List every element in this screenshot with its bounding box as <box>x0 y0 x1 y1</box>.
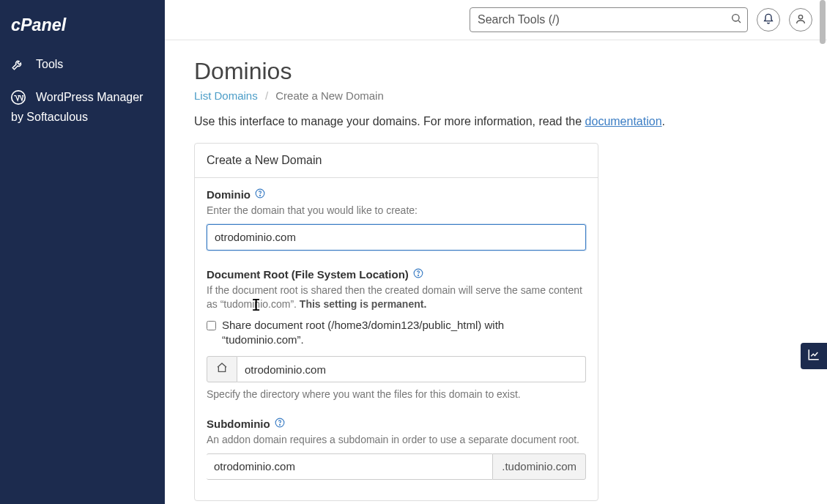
domain-label: Dominio <box>207 188 251 201</box>
subdomain-label: Subdominio <box>207 418 270 430</box>
intro-text: Use this interface to manage your domain… <box>194 115 798 128</box>
domain-hint: Enter the domain that you would like to … <box>207 204 586 218</box>
user-icon <box>795 13 806 27</box>
search-input[interactable] <box>470 7 748 32</box>
subdomain-field: Subdominio An addon domain requires a su… <box>207 418 586 480</box>
docroot-below-hint: Specify the directory where you want the… <box>207 388 586 400</box>
subdomain-label-row: Subdominio <box>207 418 586 430</box>
sidebar-item-wordpress[interactable]: WordPress Manager by Softaculous <box>0 79 165 135</box>
scrollbar[interactable] <box>818 0 827 504</box>
main-area: Dominios List Domains / Create a New Dom… <box>165 0 827 504</box>
svg-point-9 <box>279 425 280 426</box>
account-button[interactable] <box>789 8 812 32</box>
domain-label-row: Dominio <box>207 188 586 201</box>
docroot-field: Document Root (File System Location) If … <box>207 268 586 401</box>
domain-input[interactable] <box>207 224 586 251</box>
svg-point-5 <box>260 195 261 196</box>
cpanel-logo-icon: cPanel <box>11 13 114 37</box>
sidebar-item-label: Tools <box>36 58 63 71</box>
docroot-hint: If the document root is shared then the … <box>207 284 586 312</box>
svg-point-2 <box>733 15 739 21</box>
notifications-button[interactable] <box>757 8 780 32</box>
docroot-hint-strong: This setting is permanent. <box>300 298 426 310</box>
domain-field: Dominio Enter the domain that you would … <box>207 188 586 251</box>
breadcrumb-link[interactable]: List Domains <box>194 89 258 102</box>
panel-body: Dominio Enter the domain that you would … <box>195 178 598 500</box>
sidebar-item-sublabel: by Softaculous <box>11 107 154 127</box>
subdomain-hint: An addon domain requires a subdomain in … <box>207 433 586 448</box>
help-icon[interactable] <box>413 268 423 281</box>
bell-icon <box>763 13 774 27</box>
docroot-label-row: Document Root (File System Location) <box>207 268 586 281</box>
scrollbar-thumb[interactable] <box>820 0 826 44</box>
docroot-label: Document Root (File System Location) <box>207 268 409 281</box>
share-docroot-checkbox[interactable] <box>207 321 216 330</box>
share-docroot-label[interactable]: Share document root (/home3/domin123/pub… <box>222 318 586 348</box>
svg-point-7 <box>418 275 418 275</box>
content: Dominios List Domains / Create a New Dom… <box>165 40 827 504</box>
docroot-input-group <box>207 356 586 382</box>
subdomain-input[interactable] <box>207 453 492 480</box>
breadcrumb-sep: / <box>265 89 268 102</box>
svg-point-3 <box>798 15 802 18</box>
subdomain-input-group: .tudominio.com <box>207 453 586 480</box>
app-root: cPanel Tools WordPress Manager by Softac… <box>0 0 827 504</box>
home-addon <box>207 356 237 382</box>
svg-text:cPanel: cPanel <box>11 15 67 34</box>
breadcrumb-current: Create a New Domain <box>275 89 384 102</box>
docroot-input[interactable] <box>237 356 586 382</box>
topbar <box>165 0 827 40</box>
sidebar-item-tools[interactable]: Tools <box>0 50 165 79</box>
sidebar: cPanel Tools WordPress Manager by Softac… <box>0 0 165 504</box>
wordpress-icon <box>11 90 29 105</box>
breadcrumb: List Domains / Create a New Domain <box>194 89 798 102</box>
subdomain-suffix: .tudominio.com <box>492 453 586 480</box>
create-domain-panel: Create a New Domain Dominio Enter the do… <box>194 143 598 501</box>
share-docroot-row: Share document root (/home3/domin123/pub… <box>207 318 586 348</box>
intro-suffix: . <box>662 115 665 127</box>
intro-prefix: Use this interface to manage your domain… <box>194 115 585 127</box>
page-title: Dominios <box>194 58 798 85</box>
search-wrap <box>470 7 748 32</box>
help-icon[interactable] <box>255 188 265 201</box>
help-icon[interactable] <box>275 418 285 430</box>
tools-icon <box>11 58 29 71</box>
sidebar-item-label: WordPress Manager <box>36 87 143 107</box>
brand-logo: cPanel <box>0 0 165 50</box>
documentation-link[interactable]: documentation <box>585 115 662 127</box>
panel-header: Create a New Domain <box>195 144 598 178</box>
search-icon <box>730 12 742 27</box>
home-icon <box>216 362 228 377</box>
